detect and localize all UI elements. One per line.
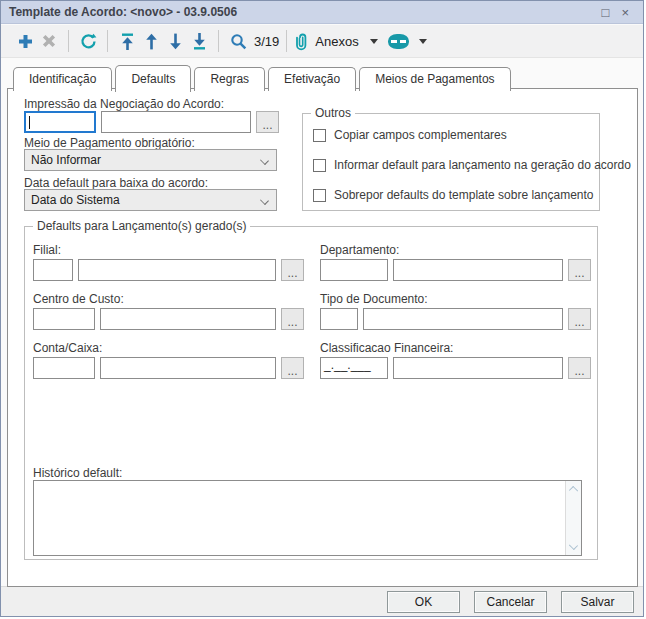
impressao-label: Impressão da Negociação do Acordo: (24, 97, 224, 111)
checkbox-row: Copiar campos complementares (313, 128, 507, 142)
tipo-documento-code-input[interactable] (320, 308, 358, 330)
meio-pagamento-label: Meio de Pagamento obrigatório: (24, 136, 195, 150)
informar-default-checkbox[interactable] (313, 159, 326, 172)
departamento-browse-button[interactable]: ... (568, 259, 591, 281)
toolbar-separator (286, 30, 287, 52)
refresh-button[interactable] (76, 29, 100, 53)
data-baixa-label: Data default para baixa do acordo: (24, 176, 208, 190)
meio-pagamento-select[interactable]: Não Informar (24, 149, 277, 171)
filial-browse-button[interactable]: ... (281, 259, 304, 281)
sobrepor-defaults-label: Sobrepor defaults do template sobre lanç… (334, 188, 594, 202)
first-icon (121, 33, 134, 50)
filial-code-input[interactable] (33, 259, 73, 281)
defaults-lancamento-groupbox: Defaults para Lançamento(s) gerado(s) Fi… (24, 226, 598, 560)
go-last-button[interactable] (187, 29, 211, 53)
centro-custo-label: Centro de Custo: (33, 292, 304, 306)
defaults-lancamento-legend: Defaults para Lançamento(s) gerado(s) (33, 219, 250, 233)
copiar-campos-label: Copiar campos complementares (334, 128, 507, 142)
classificacao-financeira-field: Classificacao Financeira: _.__.___ ... (320, 341, 591, 379)
tab-regras[interactable]: Regras (194, 67, 265, 91)
vertical-scrollbar[interactable] (565, 481, 581, 555)
classificacao-financeira-description-input[interactable] (393, 357, 563, 379)
tipo-documento-field: Tipo de Documento: ... (320, 292, 591, 330)
go-previous-button[interactable] (139, 29, 163, 53)
impressao-description-input[interactable] (101, 111, 251, 133)
titlebar[interactable]: Template de Acordo: <novo> - 03.9.0506 □… (1, 1, 643, 24)
tipo-documento-description-input[interactable] (363, 308, 563, 330)
centro-custo-browse-button[interactable]: ... (281, 308, 304, 330)
centro-custo-description-input[interactable] (100, 308, 276, 330)
impressao-row: ... (24, 111, 279, 133)
filial-label: Filial: (33, 243, 304, 257)
ok-button[interactable]: OK (387, 591, 460, 613)
add-icon (18, 34, 33, 49)
record-counter: 3/19 (254, 34, 279, 49)
tab-identificacao[interactable]: Identificação (13, 67, 112, 91)
delete-icon (42, 34, 56, 48)
go-first-button[interactable] (115, 29, 139, 53)
classificacao-financeira-browse-button[interactable]: ... (568, 357, 591, 379)
departamento-label: Departamento: (320, 243, 591, 257)
scroll-down-icon[interactable] (569, 541, 578, 550)
search-icon (230, 33, 247, 50)
centro-custo-code-input[interactable] (33, 308, 95, 330)
titlebar-buttons: □ × (602, 6, 635, 19)
meio-pagamento-value: Não Informar (31, 153, 101, 167)
sobrepor-defaults-checkbox[interactable] (313, 189, 326, 202)
conta-caixa-field: Conta/Caixa: ... (33, 341, 304, 379)
chevron-down-icon (260, 156, 269, 165)
footer-bar: OK Cancelar Salvar (1, 586, 643, 616)
toolbar-separator (68, 30, 69, 52)
search-button[interactable] (226, 29, 250, 53)
anexos-button[interactable]: Anexos (296, 32, 377, 51)
departamento-field: Departamento: ... (320, 243, 591, 281)
add-button[interactable] (13, 29, 37, 53)
cancel-button[interactable]: Cancelar (474, 591, 547, 613)
defaults-fields-grid: Filial: ... Departamento: ... (33, 243, 591, 379)
conta-caixa-browse-button[interactable]: ... (281, 357, 304, 379)
tipo-documento-browse-button[interactable]: ... (568, 308, 591, 330)
last-icon (193, 33, 206, 50)
conta-caixa-code-input[interactable] (33, 357, 95, 379)
refresh-icon (80, 33, 97, 50)
previous-icon (145, 33, 158, 50)
toolbar: 3/19 Anexos (1, 25, 643, 58)
classificacao-financeira-label: Classificacao Financeira: (320, 341, 591, 355)
classificacao-financeira-code-input[interactable]: _.__.___ (320, 357, 388, 379)
dialog-window: Template de Acordo: <novo> - 03.9.0506 □… (0, 0, 644, 617)
toolbar-separator (107, 30, 108, 52)
departamento-code-input[interactable] (320, 259, 388, 281)
save-button[interactable]: Salvar (561, 591, 634, 613)
data-baixa-value: Data do Sistema (31, 193, 120, 207)
next-icon (169, 33, 182, 50)
maximize-button[interactable]: □ (602, 6, 610, 19)
window-title: Template de Acordo: <novo> - 03.9.0506 (9, 5, 237, 19)
historico-default-label: Histórico default: (33, 466, 122, 480)
tab-efetivacao[interactable]: Efetivação (268, 67, 356, 91)
data-baixa-select[interactable]: Data do Sistema (24, 189, 277, 211)
historico-default-textarea[interactable] (33, 480, 582, 556)
delete-button[interactable] (37, 29, 61, 53)
checkbox-row: Sobrepor defaults do template sobre lanç… (313, 188, 594, 202)
paperclip-icon (296, 32, 309, 51)
print-button[interactable] (388, 29, 427, 53)
outros-groupbox: Outros Copiar campos complementares Info… (302, 113, 600, 211)
close-button[interactable]: × (621, 6, 629, 19)
text-caret (29, 116, 30, 129)
conta-caixa-description-input[interactable] (100, 357, 276, 379)
copiar-campos-checkbox[interactable] (313, 129, 326, 142)
tab-meios-pagamentos[interactable]: Meios de Pagamentos (359, 67, 510, 91)
chevron-down-icon (419, 39, 427, 44)
filial-description-input[interactable] (78, 259, 276, 281)
toolbar-separator (218, 30, 219, 52)
checkbox-row: Informar default para lançamento na gera… (313, 158, 631, 172)
departamento-description-input[interactable] (393, 259, 563, 281)
go-next-button[interactable] (163, 29, 187, 53)
chevron-down-icon (370, 39, 378, 44)
impressao-browse-button[interactable]: ... (256, 111, 279, 133)
anexos-label: Anexos (315, 34, 358, 49)
tab-defaults[interactable]: Defaults (115, 65, 191, 92)
scroll-up-icon[interactable] (569, 486, 578, 495)
impressao-code-input[interactable] (24, 111, 96, 133)
informar-default-label: Informar default para lançamento na gera… (334, 158, 631, 172)
